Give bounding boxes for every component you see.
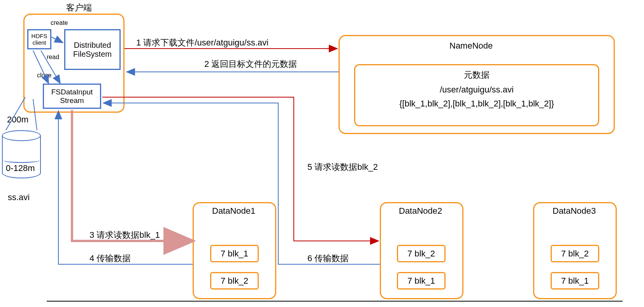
client-title: 客户端 — [66, 2, 92, 14]
step4-label: 4 传输数据 — [89, 253, 131, 264]
distributed-filesystem-box: Distributed FileSystem — [64, 29, 121, 70]
create-label: create — [51, 19, 68, 26]
step1-label: 1 请求下载文件/user/atguigu/ss.avi — [136, 37, 268, 49]
datanode3-title: DataNode3 — [553, 206, 596, 216]
metadata-blocks: {[blk_1,blk_2],[blk_1,blk_2],[blk_1,blk_… — [355, 99, 598, 109]
step3-label: 3 请求读数据blk_1 — [89, 229, 160, 241]
hdfs-client-box: HDFS client — [27, 29, 51, 49]
namenode-title: NameNode — [449, 41, 493, 51]
close-label: close — [37, 72, 51, 79]
file-range-label: 0-128m — [6, 163, 35, 173]
metadata-box: 元数据 /user/atguigu/ss.avi {[blk_1,blk_2],… — [354, 64, 599, 126]
file-name-label: ss.avi — [8, 192, 30, 202]
dn2-block2: 7 blk_1 — [397, 272, 446, 290]
datanode1-title: DataNode1 — [212, 206, 255, 216]
svg-line-3 — [6, 97, 25, 130]
metadata-title: 元数据 — [355, 69, 598, 81]
metadata-path: /user/atguigu/ss.avi — [355, 85, 598, 95]
dn1-block1: 7 blk_1 — [210, 245, 259, 262]
step5-label: 5 请求读数据blk_2 — [307, 161, 378, 173]
read-label: read — [47, 54, 59, 61]
dn2-block1: 7 blk_2 — [397, 245, 446, 262]
datanode2-title: DataNode2 — [399, 206, 442, 216]
fsdatainputstream-box: FSDataInput Stream — [43, 84, 101, 109]
step2-label: 2 返回目标文件的元数据 — [204, 58, 297, 70]
step6-label: 6 传输数据 — [307, 253, 349, 264]
dn1-block2: 7 blk_2 — [210, 272, 259, 290]
file-size-label: 200m — [7, 115, 28, 125]
dn3-block2: 7 blk_1 — [551, 272, 599, 290]
dn3-block1: 7 blk_2 — [551, 245, 599, 262]
